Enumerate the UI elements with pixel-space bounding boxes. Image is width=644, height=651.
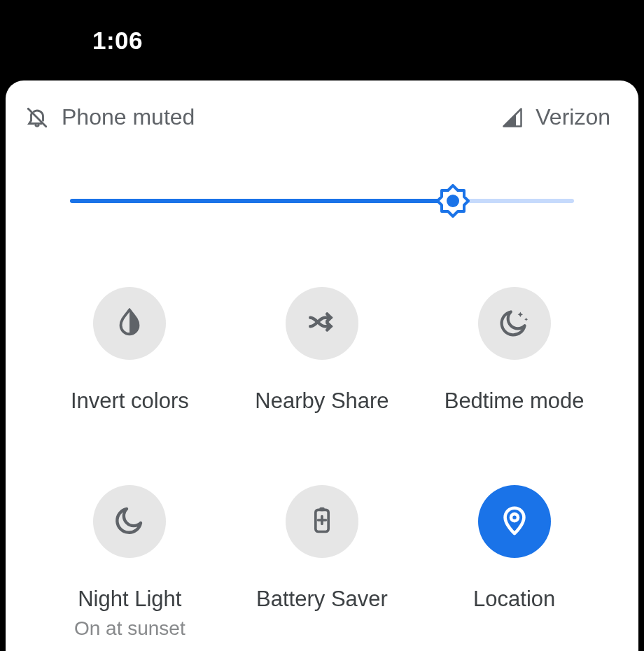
brightness-icon bbox=[436, 184, 470, 218]
bedtime-mode-icon bbox=[497, 304, 532, 342]
brightness-track-fill bbox=[70, 199, 453, 203]
tile-bedtime-mode: Bedtime mode bbox=[418, 287, 610, 415]
tile-label: Battery Saver bbox=[256, 586, 388, 613]
status-bar: 1:06 bbox=[0, 0, 644, 80]
tile-location: Location bbox=[418, 485, 610, 640]
status-time: 1:06 bbox=[92, 27, 143, 55]
carrier-label: Verizon bbox=[536, 104, 610, 130]
battery-saver-icon bbox=[307, 505, 337, 538]
quick-settings-panel: Phone muted Verizon bbox=[6, 80, 638, 651]
tile-label: Invert colors bbox=[71, 388, 189, 415]
svg-point-4 bbox=[511, 514, 518, 521]
device-screen: 1:06 Phone muted bbox=[0, 0, 644, 651]
tile-button-night-light[interactable] bbox=[93, 485, 166, 558]
signal-icon bbox=[502, 107, 523, 128]
brightness-slider[interactable] bbox=[70, 185, 574, 217]
bell-off-icon bbox=[25, 106, 49, 130]
tile-button-nearby-share[interactable] bbox=[286, 287, 358, 360]
tile-sublabel: On at sunset bbox=[74, 617, 186, 640]
tile-label: Nearby Share bbox=[255, 388, 388, 415]
tile-button-invert-colors[interactable] bbox=[93, 287, 166, 360]
tile-label: Location bbox=[473, 586, 555, 613]
brightness-thumb[interactable] bbox=[436, 184, 470, 218]
svg-rect-3 bbox=[319, 507, 324, 511]
ringer-status-label: Phone muted bbox=[62, 104, 195, 130]
tile-battery-saver: Battery Saver bbox=[226, 485, 419, 640]
tile-button-location[interactable] bbox=[478, 485, 551, 558]
invert-colors-icon bbox=[113, 306, 146, 341]
quick-settings-grid: Invert colors Nearby Share bbox=[6, 287, 638, 640]
ringer-status[interactable]: Phone muted bbox=[25, 104, 195, 130]
location-icon bbox=[498, 504, 531, 539]
night-light-icon bbox=[113, 503, 146, 540]
tile-label: Night Light bbox=[78, 586, 181, 613]
carrier-status[interactable]: Verizon bbox=[502, 104, 610, 130]
tile-label: Bedtime mode bbox=[444, 388, 584, 415]
tile-invert-colors: Invert colors bbox=[34, 287, 226, 415]
tile-button-battery-saver[interactable] bbox=[286, 485, 358, 558]
nearby-share-icon bbox=[304, 304, 340, 342]
tile-nearby-share: Nearby Share bbox=[226, 287, 419, 415]
tile-night-light: Night Light On at sunset bbox=[34, 485, 226, 640]
tile-button-bedtime-mode[interactable] bbox=[478, 287, 551, 360]
panel-header: Phone muted Verizon bbox=[6, 104, 638, 130]
svg-point-1 bbox=[447, 195, 459, 207]
